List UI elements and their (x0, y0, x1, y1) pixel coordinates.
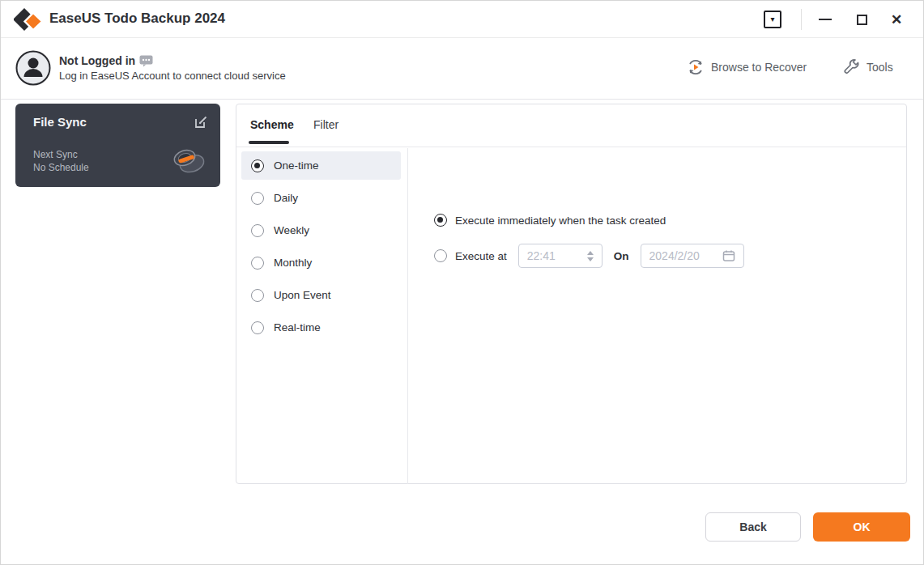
easeus-logo-icon (14, 7, 43, 32)
minimize-button[interactable] (815, 10, 835, 29)
file-sync-3d-icon (170, 144, 207, 178)
edit-icon[interactable] (194, 115, 208, 130)
radio-weekly[interactable] (251, 224, 264, 237)
date-value: 2024/2/20 (649, 249, 700, 262)
execute-immediately-row[interactable]: Execute immediately when the task create… (434, 214, 666, 227)
file-sync-task-card[interactable]: File Sync Next Sync No Schedule (15, 104, 220, 187)
option-label: Monthly (274, 257, 312, 269)
schedule-option-daily[interactable]: Daily (241, 184, 401, 212)
spinner-down-icon[interactable] (587, 257, 594, 261)
schedule-settings-panel: Scheme Filter One-time Daily Weekly Mont… (236, 104, 907, 484)
maximize-icon (857, 15, 867, 25)
radio-execute-immediately[interactable] (434, 214, 447, 227)
time-value: 22:41 (527, 249, 556, 262)
option-label: One-time (274, 159, 319, 172)
titlebar-separator (801, 9, 802, 30)
app-title: EaseUS Todo Backup 2024 (49, 11, 225, 27)
schedule-option-real-time[interactable]: Real-time (241, 313, 401, 342)
minimize-to-tray-button[interactable]: ▾ (764, 11, 781, 28)
login-subtitle[interactable]: Log in EaseUS Account to connect cloud s… (59, 70, 286, 82)
radio-real-time[interactable] (251, 321, 264, 334)
close-button[interactable]: ✕ (887, 10, 906, 29)
ok-button[interactable]: OK (813, 512, 910, 542)
wrench-icon (843, 58, 860, 75)
on-label: On (614, 250, 629, 262)
message-bubble-icon[interactable] (139, 55, 153, 67)
schedule-option-monthly[interactable]: Monthly (241, 249, 401, 277)
browse-recover-icon (687, 58, 705, 76)
radio-one-time[interactable] (251, 159, 264, 172)
maximize-button[interactable] (852, 10, 871, 29)
title-bar: EaseUS Todo Backup 2024 ▾ ✕ (1, 1, 924, 38)
browse-to-recover-label: Browse to Recover (711, 61, 807, 74)
option-label: Upon Event (274, 289, 331, 301)
execute-at-label: Execute at (455, 250, 507, 262)
radio-execute-at[interactable] (434, 249, 447, 262)
date-input[interactable]: 2024/2/20 (641, 244, 744, 268)
task-title: File Sync (33, 115, 87, 129)
time-spinner[interactable] (587, 251, 594, 261)
active-tab-underline (249, 141, 289, 144)
schedule-type-list: One-time Daily Weekly Monthly Upon Event… (236, 148, 408, 484)
login-status[interactable]: Not Logged in (59, 54, 135, 67)
tab-filter[interactable]: Filter (313, 118, 339, 131)
option-label: Real-time (274, 321, 321, 333)
calendar-icon[interactable] (722, 249, 735, 262)
schedule-option-one-time[interactable]: One-time (241, 151, 401, 180)
radio-daily[interactable] (251, 192, 264, 205)
time-input[interactable]: 22:41 (518, 244, 603, 268)
schedule-option-weekly[interactable]: Weekly (241, 216, 401, 244)
avatar[interactable] (15, 50, 51, 86)
tools-button[interactable]: Tools (843, 58, 893, 75)
radio-upon-event[interactable] (251, 289, 264, 302)
tools-label: Tools (867, 61, 893, 74)
next-sync-label: Next Sync (33, 149, 78, 160)
execute-at-row: Execute at 22:41 On 2024/2/20 (434, 244, 744, 268)
one-time-detail-pane: Execute immediately when the task create… (409, 148, 907, 484)
execute-immediately-label: Execute immediately when the task create… (455, 215, 666, 227)
spinner-up-icon[interactable] (587, 251, 594, 255)
tab-row: Scheme Filter (236, 104, 906, 147)
header-bar: Not Logged in Log in EaseUS Account to c… (1, 39, 924, 100)
radio-monthly[interactable] (251, 257, 264, 270)
option-label: Daily (274, 192, 298, 204)
minimize-icon (819, 19, 832, 20)
tray-arrow-icon: ▾ (770, 15, 774, 23)
tab-scheme[interactable]: Scheme (250, 118, 294, 131)
back-button[interactable]: Back (705, 512, 801, 542)
close-icon: ✕ (891, 11, 902, 28)
option-label: Weekly (274, 224, 309, 236)
browse-to-recover-button[interactable]: Browse to Recover (687, 58, 807, 76)
schedule-option-upon-event[interactable]: Upon Event (241, 281, 401, 309)
schedule-value: No Schedule (33, 162, 89, 173)
